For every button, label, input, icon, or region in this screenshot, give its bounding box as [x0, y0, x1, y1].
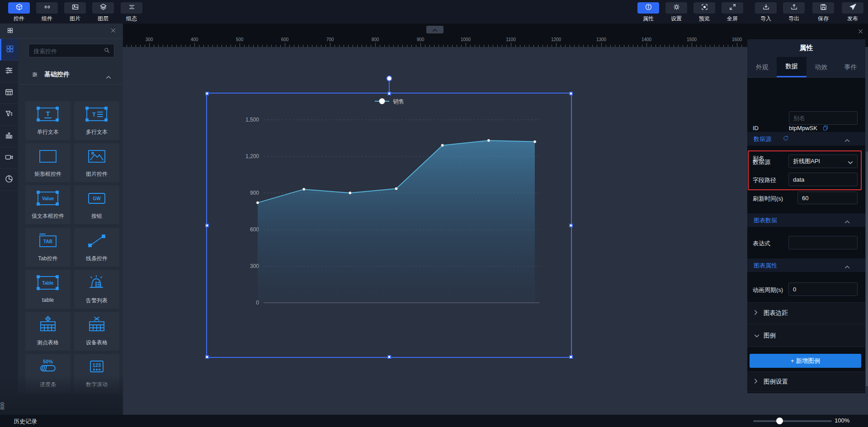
tile-矩形框控件[interactable]: 矩形框控件 — [25, 143, 71, 182]
history-button[interactable]: 历史记录 — [14, 418, 37, 426]
tab-数据[interactable]: 数据 — [777, 57, 806, 77]
ruler-tick — [402, 45, 403, 47]
ruler-tick — [601, 43, 602, 47]
chartprops-section-bar[interactable]: 图表属性 — [747, 258, 865, 272]
ruler-tick — [737, 43, 737, 47]
ruler-tick — [262, 45, 263, 47]
tile-设备表格[interactable]: 设备表格 — [74, 312, 119, 351]
funnel-icon — [5, 109, 14, 120]
ruler-tick — [683, 45, 683, 47]
tile-单行文本[interactable]: T单行文本 — [25, 101, 71, 140]
ruler-tick — [610, 45, 611, 47]
tile-图片控件[interactable]: 图片控件 — [74, 143, 119, 182]
ruler-tick — [267, 45, 267, 47]
tab-外观[interactable]: 外观 — [747, 57, 777, 77]
panel-scrollbar[interactable] — [866, 151, 868, 386]
svg-text:1,200: 1,200 — [245, 153, 259, 160]
ruler-label: 1200 — [551, 37, 561, 42]
ruler-tick — [149, 43, 150, 47]
strip-table-icon[interactable] — [0, 82, 18, 104]
ruler-label: 300 — [146, 37, 153, 42]
ruler-tick — [407, 45, 407, 47]
tile-告警列表[interactable]: 告警列表 — [74, 270, 119, 309]
tile-线条控件[interactable]: 线条控件 — [74, 228, 119, 267]
zoom-slider-track[interactable] — [753, 420, 832, 422]
alias-input[interactable] — [789, 111, 858, 125]
tile-label: 告警列表 — [74, 297, 119, 305]
ruler-tick — [520, 45, 520, 47]
search-input[interactable] — [33, 45, 102, 57]
grid-icon — [7, 27, 14, 36]
toolbar-button-gear[interactable]: 设置 — [663, 0, 690, 23]
ruler-tick — [637, 45, 638, 47]
close-icon[interactable] — [110, 27, 118, 34]
strip-sliders-icon[interactable] — [0, 61, 18, 82]
zoom-slider-handle[interactable] — [776, 418, 783, 424]
toolbar-button-import[interactable]: 导入 — [752, 0, 779, 23]
toolbar-button-save[interactable]: 保存 — [810, 0, 837, 23]
toolbar-button-export[interactable]: 导出 — [780, 0, 807, 23]
datasource-section-bar[interactable]: 数据源 — [747, 132, 865, 145]
chartprops-section-title: 图表属性 — [754, 262, 777, 270]
strip-pie-icon[interactable] — [0, 169, 18, 191]
expression-input[interactable] — [788, 236, 858, 249]
anim-period-input[interactable] — [788, 282, 858, 296]
ruler-tick — [326, 45, 326, 47]
ruler-tick — [619, 45, 620, 47]
strip-funnel-icon[interactable] — [0, 104, 18, 126]
ruler-tick — [217, 45, 217, 47]
copy-icon[interactable] — [822, 125, 829, 132]
strip-video-icon[interactable] — [0, 147, 18, 169]
fieldpath-input[interactable] — [788, 173, 858, 186]
tab-事件[interactable]: 事件 — [836, 57, 865, 77]
toolbar-button-layers[interactable]: 图层 — [90, 0, 117, 23]
ruler-tick — [696, 45, 697, 47]
toolbar-button-publish[interactable]: 发布 — [839, 0, 866, 23]
toolbar-button-config-lines[interactable]: 组态 — [118, 0, 145, 23]
legend-row[interactable]: 图例 — [747, 324, 865, 347]
ruler-tick — [154, 45, 154, 47]
toolbar-button-link[interactable]: 组件 — [33, 0, 61, 23]
toolbar-button-image[interactable]: 图片 — [61, 0, 89, 23]
ruler-tick — [240, 43, 240, 47]
toolbar-button-preview-eye[interactable]: 预览 — [691, 0, 718, 23]
datasource-select[interactable]: 折线图API — [788, 155, 858, 168]
toolbar-button-info[interactable]: 属性 — [635, 0, 662, 23]
strip-grid-icon[interactable] — [0, 39, 18, 61]
add-legend-button[interactable]: + 新增图例 — [750, 354, 861, 368]
svg-text:50%: 50% — [43, 359, 53, 364]
section-header[interactable]: 基础控件 — [18, 66, 123, 84]
chart-margin-row[interactable]: 图表边距 — [747, 302, 865, 324]
legend-settings-row[interactable]: 图例设置 — [747, 371, 865, 392]
chevron-down-icon — [848, 156, 853, 169]
tile-多行文本[interactable]: T多行文本 — [74, 101, 119, 140]
ruler-label: 1000 — [461, 37, 471, 42]
tile-按钮[interactable]: GW按钮 — [74, 185, 119, 224]
publish-icon — [849, 3, 857, 13]
ruler-label: 400 — [191, 37, 198, 42]
refresh-time-input[interactable] — [797, 192, 858, 204]
ruler-label: 1300 — [596, 37, 606, 42]
canvas-collapse-tab[interactable] — [426, 26, 443, 33]
chartdata-section-bar[interactable]: 图表数据 — [747, 213, 865, 227]
ruler-tick — [411, 45, 412, 47]
id-label: ID — [753, 125, 759, 131]
echarts-line-area-widget[interactable]: 03006009001,2001,500销售 — [206, 93, 572, 358]
ruler-tick — [448, 45, 448, 47]
canvas-close-button[interactable] — [856, 28, 864, 36]
properties-panel: 属性 外观数据动效事件 ID btpMpwSK Name echarts-lin… — [747, 39, 865, 393]
tab-动效[interactable]: 动效 — [807, 57, 836, 77]
ruler-tick — [461, 45, 462, 47]
toolbar-button-cube[interactable]: 控件 — [5, 0, 33, 23]
toolbar-button-label: 保存 — [818, 15, 829, 23]
strip-bar-chart-icon[interactable] — [0, 126, 18, 147]
tile-测点表格[interactable]: 测点表格 — [25, 312, 71, 351]
tile-Tab控件[interactable]: TABTab控件 — [25, 228, 71, 267]
refresh-icon[interactable] — [783, 135, 789, 143]
ruler-tick — [307, 45, 308, 47]
toolbar-button-fullscreen[interactable]: 全屏 — [719, 0, 746, 23]
ruler-tick — [506, 45, 507, 47]
text-multi-icon: T — [74, 103, 119, 127]
tile-table[interactable]: Tabletable — [25, 270, 71, 309]
tile-值文本框控件[interactable]: Value值文本框控件 — [25, 185, 71, 224]
